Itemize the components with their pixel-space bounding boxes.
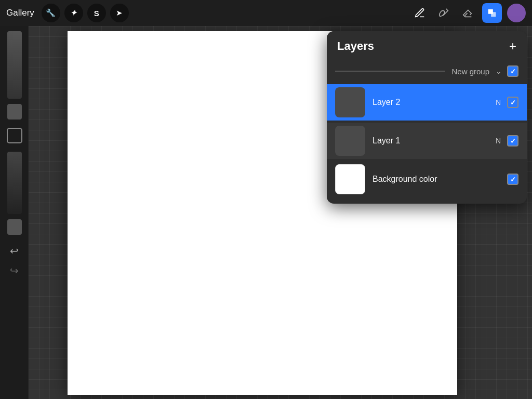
layer-row[interactable]: Layer 2 N [327,84,527,121]
move-icon: ➤ [116,8,123,18]
layers-panel-button[interactable] [482,3,502,23]
toolbar-right [410,3,526,23]
airbrush-icon: ✦ [70,8,77,18]
opacity-slider[interactable] [7,219,22,235]
layers-panel-header: Layers + [327,31,527,60]
new-group-label: New group [451,67,489,76]
background-color-visibility-checkbox[interactable] [507,174,518,185]
eraser-tool-button[interactable] [458,4,477,22]
color-strip-top [7,31,22,99]
left-sidebar: ↩ ↪ [0,26,29,399]
new-group-row[interactable]: New group ⌄ [327,60,527,82]
layer-row[interactable]: Background color [327,161,527,202]
wrench-tool-button[interactable]: 🔧 [42,4,60,22]
undo-icon: ↩ [10,245,19,257]
undo-button[interactable]: ↩ [7,243,22,259]
smudge-tool-button[interactable]: S [87,4,106,22]
chevron-down-icon: ⌄ [496,67,502,75]
airbrush-tool-button[interactable]: ✦ [64,4,83,22]
layer-2-thumbnail [335,87,365,117]
background-color-thumbnail [335,164,365,194]
move-tool-button[interactable]: ➤ [110,4,129,22]
svg-rect-1 [491,12,496,17]
gallery-button[interactable]: Gallery [6,8,34,18]
layer-1-thumbnail [335,126,365,156]
user-avatar[interactable] [507,4,526,22]
shape-tool-button[interactable] [7,128,22,143]
wrench-icon: 🔧 [46,8,56,18]
add-layer-button[interactable]: + [509,40,516,52]
layer-2-mode: N [496,98,501,107]
layers-panel-title: Layers [337,39,374,53]
top-toolbar: Gallery 🔧 ✦ S ➤ [0,0,532,26]
layer-1-visibility-checkbox[interactable] [507,135,518,147]
smudge-icon: S [94,9,99,18]
layer-1-mode: N [496,137,501,145]
brush-tool-button[interactable] [434,4,453,22]
layer-2-visibility-checkbox[interactable] [507,97,518,108]
background-color-name: Background color [373,175,501,184]
pen-tool-button[interactable] [410,4,429,22]
new-group-line [335,71,445,72]
color-strip-bottom [7,152,22,214]
layer-2-name: Layer 2 [373,98,496,107]
redo-button[interactable]: ↪ [7,263,22,278]
brush-size-slider[interactable] [7,104,22,119]
layer-row[interactable]: Layer 1 N [327,123,527,159]
layer-1-name: Layer 1 [373,136,496,145]
layers-panel: Layers + New group ⌄ Layer 2 N Layer 1 N… [327,31,527,204]
new-group-visibility-checkbox[interactable] [507,65,518,77]
redo-icon: ↪ [10,264,19,277]
